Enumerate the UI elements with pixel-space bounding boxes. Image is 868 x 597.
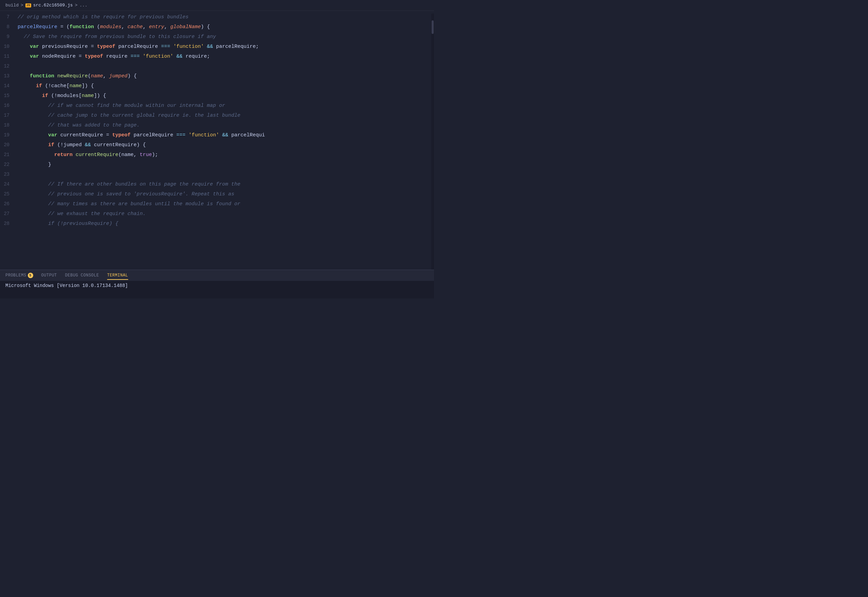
token-c-param: jumped (109, 73, 127, 79)
token-c-plain (185, 132, 188, 138)
token-c-op: === (130, 53, 140, 59)
line-number: 15 (0, 91, 18, 100)
token-c-plain: (name, (118, 152, 140, 158)
token-c-func: name (70, 83, 82, 89)
code-line: 13 function newRequire(name, jumped) { (0, 71, 434, 81)
terminal-text: Microsoft Windows [Version 10.0.17134.14… (6, 283, 128, 288)
line-number: 24 (0, 180, 18, 189)
token-c-keyword2: if (18, 83, 42, 89)
token-c-param: name (91, 73, 103, 79)
token-c-plain (173, 53, 176, 59)
panel-tab-debug-console[interactable]: DEBUG CONSOLE (65, 271, 99, 280)
panel-tab-output[interactable]: OUTPUT (41, 271, 57, 280)
line-number: 10 (0, 42, 18, 51)
token-c-plain: = ( (57, 24, 70, 30)
line-number: 16 (0, 101, 18, 110)
line-content: // that was added to the page. (18, 121, 434, 130)
line-number: 27 (0, 209, 18, 218)
token-c-comment: // we exhaust the require chain. (18, 211, 146, 217)
code-line: 10 var previousRequire = typeof parcelRe… (0, 42, 434, 52)
code-line: 19 var currentRequire = typeof parcelReq… (0, 130, 434, 140)
line-number: 28 (0, 219, 18, 228)
token-c-keyword2: if (18, 93, 48, 99)
scrollbar[interactable] (431, 13, 434, 270)
token-c-string: 'function' (173, 44, 204, 49)
token-c-op: === (176, 132, 185, 138)
code-line: 14 if (!cache[name]) { (0, 81, 434, 91)
token-c-plain: currentRequire = (57, 132, 112, 138)
token-c-plain: (!modules[ (48, 93, 82, 99)
line-content: if (!previousRequire) { (18, 219, 434, 229)
line-number: 13 (0, 71, 18, 81)
token-c-plain (204, 44, 207, 49)
line-number: 12 (0, 61, 18, 71)
panel-tab-label: PROBLEMS (6, 273, 27, 278)
token-c-plain: nodeRequire = (39, 53, 85, 59)
token-c-string: 'function' (188, 132, 219, 138)
code-line: 23 (0, 169, 434, 180)
line-content: if (!cache[name]) { (18, 82, 434, 91)
breadcrumb-dots: ... (79, 3, 87, 8)
token-c-keyword: function (70, 24, 94, 30)
token-c-keyword2: if (18, 142, 54, 148)
token-c-keyword2: typeof (85, 53, 103, 59)
token-c-plain: , (143, 24, 149, 30)
token-c-plain: parcelRequire; (213, 44, 259, 49)
token-c-keyword: function (18, 73, 54, 79)
token-c-comment: // orig method which is the require for … (18, 14, 188, 20)
token-c-func: currentRequire (76, 152, 118, 158)
line-number: 20 (0, 140, 18, 150)
line-content: // If there are other bundles on this pa… (18, 180, 434, 189)
scrollbar-thumb[interactable] (432, 20, 434, 34)
token-c-op: && (222, 132, 228, 138)
panel-tab-problems[interactable]: PROBLEMS5 (6, 271, 33, 280)
breadcrumb-filename[interactable]: src.62c16509.js (33, 3, 73, 8)
breadcrumb-build[interactable]: build (6, 3, 19, 8)
code-line: 28 if (!previousRequire) { (0, 219, 434, 229)
token-c-plain (219, 132, 222, 138)
line-number: 21 (0, 150, 18, 159)
panel-tab-label: OUTPUT (41, 273, 57, 278)
line-content: var previousRequire = typeof parcelRequi… (18, 42, 434, 52)
code-line: 11 var nodeRequire = typeof require === … (0, 52, 434, 61)
line-content: } (18, 160, 434, 169)
line-content: if (!modules[name]) { (18, 91, 434, 101)
token-c-op: === (161, 44, 170, 49)
terminal-content: Microsoft Windows [Version 10.0.17134.14… (0, 281, 434, 298)
line-content: // cache jump to the current global requ… (18, 111, 434, 120)
line-content: var nodeRequire = typeof require === 'fu… (18, 52, 434, 61)
code-line: 12 (0, 61, 434, 71)
breadcrumb-bar: build > JS src.62c16509.js > ... (0, 0, 434, 11)
line-content: function newRequire(name, jumped) { (18, 71, 434, 81)
token-c-plain: ]) { (94, 93, 106, 99)
line-number: 11 (0, 52, 18, 61)
token-c-plain: parcelRequire (115, 44, 161, 49)
token-c-keyword: var (18, 132, 57, 138)
token-c-var: parcelRequire (18, 24, 57, 30)
line-number: 23 (0, 169, 18, 179)
token-c-keyword: var (18, 53, 39, 59)
panel-tab-terminal[interactable]: TERMINAL (107, 271, 128, 280)
token-c-plain: parcelRequi (228, 132, 265, 138)
token-c-plain (54, 73, 57, 79)
line-content (18, 170, 434, 180)
token-c-bool: true (140, 152, 152, 158)
token-c-plain: ); (152, 152, 158, 158)
token-c-comment: if (!previousRequire) { (18, 221, 118, 227)
line-number: 14 (0, 81, 18, 91)
code-line: 8parcelRequire = (function (modules, cac… (0, 22, 434, 32)
panel-tabs: PROBLEMS5OUTPUTDEBUG CONSOLETERMINAL (0, 270, 434, 281)
code-line: 24 // If there are other bundles on this… (0, 180, 434, 189)
code-line: 18 // that was added to the page. (0, 120, 434, 130)
token-c-comment: // that was added to the page. (18, 122, 140, 128)
line-content: var currentRequire = typeof parcelRequir… (18, 131, 434, 140)
token-c-keyword2: typeof (97, 44, 115, 49)
token-c-plain (140, 53, 143, 59)
token-c-plain: ]) { (82, 83, 94, 89)
line-content: parcelRequire = (function (modules, cach… (18, 22, 434, 32)
token-c-param: cache (127, 24, 143, 30)
breadcrumb-sep1: > (21, 3, 24, 8)
code-line: 17 // cache jump to the current global r… (0, 111, 434, 120)
panel-tab-label: DEBUG CONSOLE (65, 273, 99, 278)
line-number: 17 (0, 111, 18, 120)
